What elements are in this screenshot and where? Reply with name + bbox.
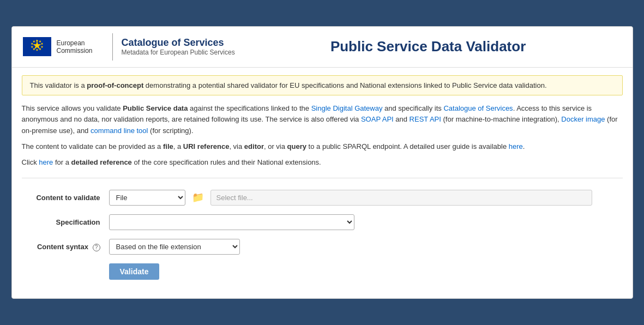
link-rest[interactable]: REST API	[410, 115, 441, 123]
header: ★ European Commission Catalogue of Servi…	[12, 27, 633, 68]
description-para1: This service allows you validate Public …	[22, 103, 623, 137]
svg-text:★: ★	[32, 39, 42, 51]
link-soap[interactable]: SOAP API	[361, 115, 394, 123]
p2-mid2: , via	[229, 142, 244, 151]
p2-uri: URI reference	[183, 142, 230, 151]
p2-before: The content to validate can be provided …	[22, 142, 163, 151]
syntax-label: Content syntax ?	[22, 243, 109, 251]
content-label: Content to validate	[22, 194, 109, 202]
syntax-help-icon[interactable]: ?	[93, 244, 100, 251]
eu-flag-icon: ★	[23, 37, 51, 56]
specification-row: Specification	[22, 214, 623, 230]
validate-button[interactable]: Validate	[109, 263, 160, 280]
syntax-controls: Based on the file extension XML JSON-LD …	[109, 239, 623, 255]
p1-mid2: and specifically its	[382, 104, 443, 112]
specification-controls	[109, 214, 623, 230]
p1-bold: Public Service data	[123, 104, 188, 112]
description-para3: Click here for a detailed reference of t…	[22, 157, 623, 168]
p1-mid5: (for machine-to-machine integration),	[441, 115, 561, 123]
link-catalogue[interactable]: Catalogue of Services	[443, 104, 513, 112]
main-container: ★ European Commission Catalogue of Servi…	[11, 26, 633, 299]
p2-end: .	[523, 142, 525, 151]
banner-bold: proof-of-concept	[87, 81, 143, 89]
banner-text-before: This validator is a	[30, 81, 87, 89]
syntax-label-text: Content syntax	[37, 243, 88, 251]
p3-before: Click	[22, 158, 39, 166]
banner-text-after: demonstrating a potential shared validat…	[143, 81, 546, 89]
content-area: This service allows you validate Public …	[12, 103, 633, 299]
file-input-display[interactable]: Select file...	[210, 190, 592, 206]
info-banner: This validator is a proof-of-concept dem…	[22, 75, 623, 95]
p2-mid1: , a	[173, 142, 183, 151]
p1-before: This service allows you validate	[22, 104, 123, 112]
link-userguide[interactable]: here	[509, 142, 523, 151]
p2-mid3: , or via	[264, 142, 287, 151]
content-validate-row: Content to validate File URI Editor Quer…	[22, 189, 623, 206]
p3-mid: for a	[53, 158, 71, 166]
header-divider	[112, 33, 113, 61]
p2-mid4: to a public SPARQL endpoint. A detailed …	[306, 142, 509, 151]
description-para2: The content to validate can be provided …	[22, 141, 623, 153]
link-cli[interactable]: command line tool	[91, 127, 148, 135]
catalogue-brand: Catalogue of Services Metadata for Europ…	[122, 37, 235, 56]
catalogue-subtitle: Metadata for European Public Services	[122, 49, 235, 56]
catalogue-title: Catalogue of Services	[122, 37, 235, 49]
link-docker[interactable]: Docker image	[561, 115, 605, 123]
specification-label: Specification	[22, 218, 109, 226]
validate-controls: Validate	[109, 263, 623, 280]
p1-mid4: and	[394, 115, 410, 123]
header-logo: ★ European Commission	[23, 37, 93, 56]
content-type-select[interactable]: File URI Editor Query	[109, 190, 185, 206]
content-controls: File URI Editor Query 📁 Select file...	[109, 189, 623, 206]
p2-query: query	[287, 142, 306, 151]
p3-end: of the core specification rules and thei…	[132, 158, 321, 166]
p2-file: file	[163, 142, 173, 151]
syntax-select[interactable]: Based on the file extension XML JSON-LD …	[109, 239, 240, 255]
p1-end: (for scripting).	[148, 127, 193, 135]
brand-text: European Commission	[57, 39, 93, 55]
specification-select[interactable]	[109, 214, 354, 230]
page-title: Public Service Data Validator	[235, 38, 622, 55]
brand-line1: European	[57, 39, 93, 47]
validate-row: Validate	[22, 263, 623, 280]
link-reference[interactable]: here	[39, 158, 53, 166]
brand-line2: Commission	[57, 47, 93, 55]
link-sdg[interactable]: Single Digital Gateway	[311, 104, 383, 112]
file-browse-icon[interactable]: 📁	[190, 189, 206, 206]
form-section: Content to validate File URI Editor Quer…	[22, 178, 623, 280]
p2-editor: editor	[244, 142, 264, 151]
p1-mid: against the specifications linked to the	[188, 104, 311, 112]
syntax-row: Content syntax ? Based on the file exten…	[22, 239, 623, 255]
p3-bold: detailed reference	[71, 158, 132, 166]
